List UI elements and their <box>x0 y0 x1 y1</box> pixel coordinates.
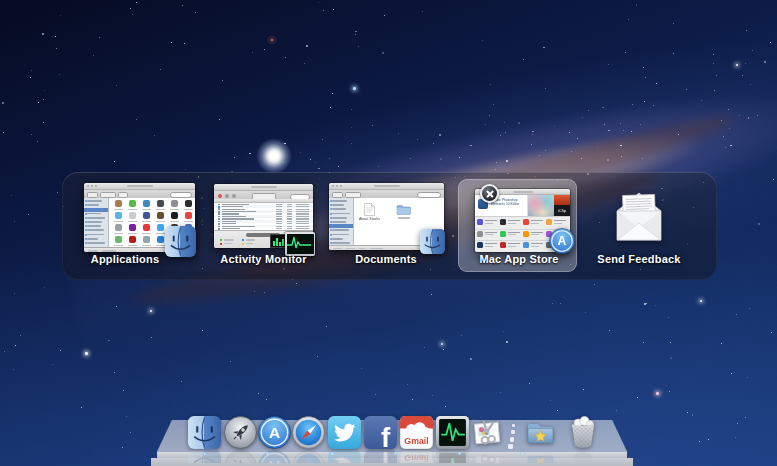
titlebar <box>214 184 313 191</box>
document-label: About Stacks <box>354 217 385 226</box>
dock-item-gmail[interactable]: Gmail <box>400 416 433 449</box>
svg-text:A: A <box>558 234 567 248</box>
finder-sidebar <box>84 198 109 247</box>
thumbnail-label-applications: Applications <box>70 253 180 266</box>
document-icon <box>364 203 375 216</box>
close-window-button[interactable] <box>480 184 499 203</box>
dock-item-safari[interactable] <box>292 416 325 449</box>
dock-item-launchpad[interactable] <box>224 416 257 449</box>
dock-item-finder[interactable] <box>188 416 221 449</box>
svg-text:f: f <box>381 422 391 449</box>
banner-box-game <box>554 195 570 205</box>
desktop: Applications <box>0 0 777 466</box>
envelope-icon <box>609 188 669 249</box>
dock-item-facebook[interactable]: f <box>364 416 397 449</box>
dock-item-grab[interactable] <box>470 416 503 449</box>
iclip-box: iClip <box>554 205 570 216</box>
folder-icon <box>396 204 411 215</box>
titlebar <box>84 183 195 190</box>
banner-photo <box>527 195 554 216</box>
titlebar <box>329 183 444 190</box>
svg-text:Gmail: Gmail <box>404 436 428 446</box>
banner-title: Adobe Photoshop Elements 10 Editor <box>491 198 525 216</box>
dock-floor <box>151 458 633 466</box>
dock-item-activity-monitor[interactable] <box>436 416 469 449</box>
bright-star <box>256 138 292 174</box>
svg-text:A: A <box>269 424 280 441</box>
dock-item-twitter[interactable] <box>328 416 361 449</box>
thumbnail-label-mac-app-store: Mac App Store <box>459 253 579 266</box>
process-list <box>214 203 313 230</box>
dock-item-trash[interactable] <box>566 414 600 450</box>
dock-item-app-store[interactable]: A <box>258 416 291 449</box>
cpu-graph-window[interactable] <box>285 232 315 256</box>
dock-item-favorites-folder[interactable] <box>524 416 557 449</box>
thumbnail-label-documents: Documents <box>331 253 441 266</box>
thumbnail-label-send-feedback: Send Feedback <box>584 253 694 266</box>
thumbnail-label-activity-monitor: Activity Monitor <box>214 253 313 266</box>
finder-sidebar <box>329 198 354 245</box>
